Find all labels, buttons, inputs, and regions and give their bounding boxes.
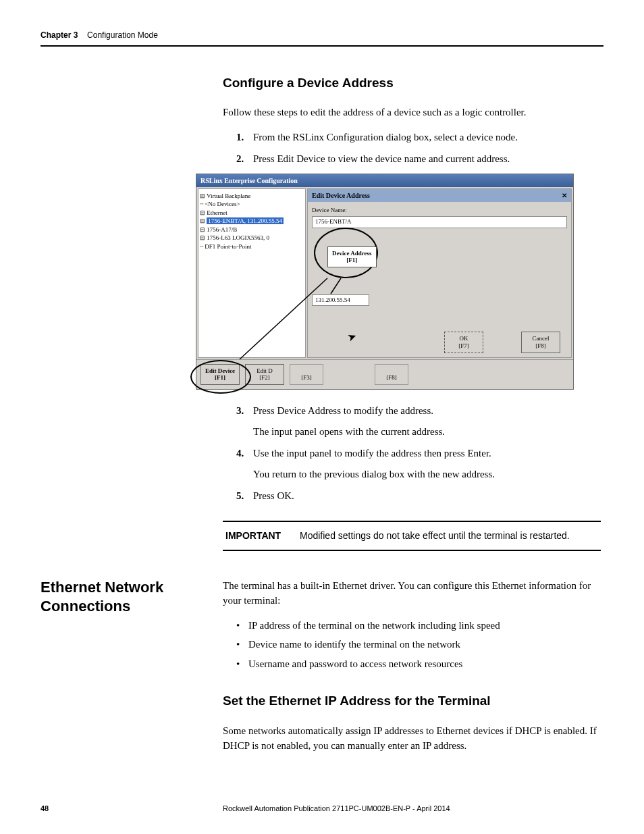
tree-item[interactable]: ⊟ Ethernet	[200, 209, 304, 217]
ip-paragraph: Some networks automatically assign IP ad…	[223, 723, 603, 754]
important-message: Modified settings do not take effect unt…	[300, 529, 570, 543]
tree-item[interactable]: ⊟ 1756-L63 LOGIX5563, 0	[200, 234, 304, 242]
step-1: 1. From the RSLinx Configuration dialog …	[236, 130, 601, 145]
chapter-title: Configuration Mode	[87, 30, 158, 40]
tree-item[interactable]: ⊟ Virtual Backplane	[200, 192, 304, 201]
step-text: Press Edit Device to view the device nam…	[253, 151, 601, 167]
device-name-field[interactable]: 1756-ENBT/A	[312, 216, 567, 228]
rslinx-window: RSLinx Enterprise Configuration ⊟ Virtua…	[196, 174, 574, 390]
edit-device-button[interactable]: Edit Device [F1]	[200, 364, 240, 386]
edit-d-button[interactable]: Edit D [F2]	[245, 364, 284, 386]
important-notice: IMPORTANT Modified settings do not take …	[223, 521, 601, 551]
tree-item[interactable]: ⊟ 1756-A17/B	[200, 226, 304, 234]
section-heading-configure: Configure a Device Address	[223, 74, 601, 93]
step-text: Press Device Address to modify the addre…	[253, 405, 433, 416]
callout-device-address: Device Address [F1]	[327, 246, 377, 268]
device-tree[interactable]: ⊟ Virtual Backplane ┈ <No Devices> ⊟ Eth…	[198, 188, 306, 358]
step-subtext: You return to the previous dialog box wi…	[253, 467, 601, 482]
step-number: 5.	[236, 488, 253, 504]
f3-button[interactable]: [F3]	[290, 364, 323, 386]
device-name-label: Device Name:	[312, 206, 567, 215]
step-number: 3.	[236, 403, 253, 439]
section-heading-ethernet: Ethernet Network Connections	[41, 578, 209, 617]
step-text: From the RSLinx Configuration dialog box…	[253, 130, 601, 145]
panel-title: Edit Device Address ✕	[308, 189, 571, 202]
step-5: 5. Press OK.	[236, 488, 601, 504]
subsection-heading-ip: Set the Ethernet IP Address for the Term…	[223, 692, 603, 711]
device-address-field[interactable]: 131.200.55.54	[312, 294, 369, 307]
chapter-label: Chapter 3	[41, 30, 78, 40]
step-subtext: The input panel opens with the current a…	[253, 424, 601, 440]
step-text: Press OK.	[253, 488, 601, 504]
ethernet-intro: The terminal has a built-in Ethernet dri…	[223, 578, 603, 608]
step-number: 2.	[236, 151, 253, 167]
step-number: 4.	[236, 446, 253, 481]
cancel-button[interactable]: Cancel [F8]	[521, 332, 560, 353]
step-4: 4. Use the input panel to modify the add…	[236, 446, 601, 481]
ok-button[interactable]: OK [F7]	[444, 332, 483, 353]
page-header: Chapter 3 Configuration Mode	[41, 27, 603, 47]
step-text: Use the input panel to modify the addres…	[253, 448, 491, 459]
step-number: 1.	[236, 130, 253, 145]
window-titlebar: RSLinx Enterprise Configuration	[196, 174, 573, 187]
tree-item[interactable]: ┈ <No Devices>	[200, 200, 304, 209]
step-3: 3. Press Device Address to modify the ad…	[236, 403, 601, 439]
bullet-credentials: Username and password to access network …	[236, 656, 603, 672]
bullet-ip: IP address of the terminal on the networ…	[236, 618, 603, 633]
f8-button[interactable]: [F8]	[375, 364, 408, 386]
window-title: RSLinx Enterprise Configuration	[200, 176, 298, 186]
bottom-button-row: Edit Device [F1] Edit D [F2] [F3] [F8]	[196, 359, 573, 390]
close-icon[interactable]: ✕	[562, 190, 567, 201]
step-2: 2. Press Edit Device to view the device …	[236, 151, 601, 167]
important-label: IMPORTANT	[225, 529, 300, 543]
tree-item[interactable]: ┈ DF1 Point-to-Point	[200, 242, 304, 251]
intro-paragraph: Follow these steps to edit the address o…	[223, 105, 601, 120]
tree-item-selected[interactable]: ⊟ 1756-ENBT/A, 131.200.55.54	[200, 217, 304, 226]
bullet-device-name: Device name to identify the terminal on …	[236, 637, 603, 652]
